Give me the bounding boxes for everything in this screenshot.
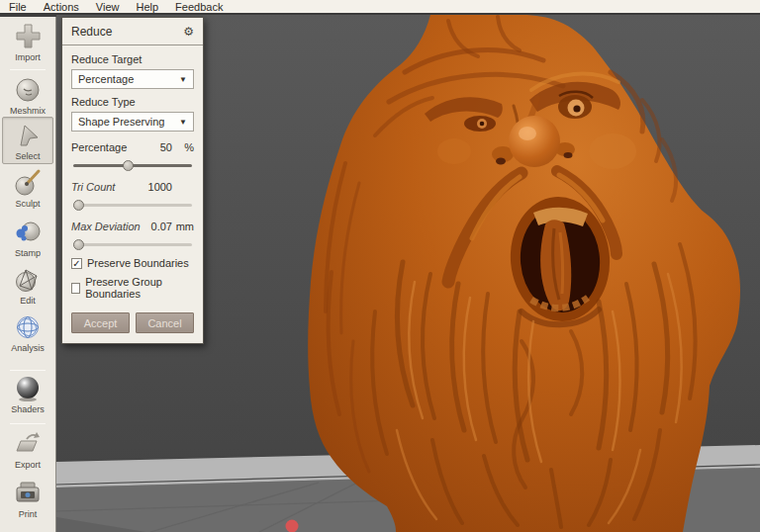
- slider-track: [73, 243, 192, 246]
- percentage-value[interactable]: 50: [141, 141, 172, 153]
- preserve-group-boundaries-label: Preserve Group Boundaries: [85, 276, 194, 300]
- menu-file[interactable]: File: [9, 1, 27, 13]
- origin-marker: [286, 520, 299, 532]
- tri-count-slider[interactable]: [73, 200, 192, 211]
- percentage-label: Percentage: [71, 141, 141, 153]
- reduce-type-label: Reduce Type: [71, 96, 194, 108]
- print-icon: [13, 479, 43, 508]
- reduce-type-value: Shape Preserving: [78, 116, 179, 128]
- sidebar-item-import[interactable]: Import: [0, 22, 55, 62]
- meshmix-sphere-icon: [13, 75, 43, 105]
- nose-ball: [509, 116, 560, 167]
- panel-title: Reduce: [71, 25, 112, 39]
- sidebar-item-export[interactable]: Export: [0, 429, 55, 470]
- sidebar-item-meshmix[interactable]: Meshmix: [0, 75, 55, 116]
- panel-divider: [62, 44, 203, 45]
- max-deviation-slider[interactable]: [73, 239, 192, 250]
- sidebar-divider: [10, 370, 46, 371]
- gear-icon[interactable]: ⚙: [183, 26, 194, 38]
- chevron-down-icon: ▼: [179, 118, 187, 127]
- max-deviation-unit: mm: [172, 221, 194, 232]
- reduce-type-dropdown[interactable]: Shape Preserving ▼: [71, 112, 194, 132]
- select-cursor-icon: [13, 121, 43, 150]
- menu-bar: File Actions View Help Feedback: [0, 0, 760, 15]
- preserve-group-boundaries-checkbox-row[interactable]: Preserve Group Boundaries: [71, 276, 194, 300]
- slider-handle[interactable]: [123, 160, 134, 171]
- sidebar-item-stamp[interactable]: Stamp: [0, 218, 55, 258]
- sidebar-item-edit[interactable]: Edit: [0, 265, 55, 306]
- sidebar-item-shaders[interactable]: Shaders: [0, 374, 55, 414]
- reduce-target-label: Reduce Target: [71, 53, 194, 65]
- edit-wireframe-icon: [13, 265, 43, 295]
- reduce-target-dropdown[interactable]: Percentage ▼: [71, 69, 194, 89]
- slider-handle[interactable]: [73, 200, 84, 211]
- sidebar-item-print[interactable]: Print: [0, 479, 55, 519]
- slider-handle[interactable]: [73, 239, 84, 250]
- preserve-boundaries-checkbox-row[interactable]: ✓ Preserve Boundaries: [71, 257, 194, 269]
- menu-help[interactable]: Help: [136, 1, 158, 13]
- reduce-target-value: Percentage: [78, 73, 179, 85]
- cancel-button[interactable]: Cancel: [136, 312, 194, 333]
- sidebar-divider: [10, 69, 46, 70]
- menu-view[interactable]: View: [96, 1, 120, 13]
- reduce-panel: Reduce ⚙ Reduce Target Percentage ▼ Redu…: [61, 17, 204, 344]
- max-deviation-label: Max Deviation: [71, 221, 141, 232]
- percentage-slider[interactable]: [73, 160, 192, 171]
- shaders-sphere-icon: [13, 374, 43, 403]
- tri-count-label: Tri Count: [71, 181, 141, 193]
- menu-feedback[interactable]: Feedback: [175, 1, 223, 13]
- tri-count-value: 1000: [141, 181, 172, 193]
- menu-actions[interactable]: Actions: [44, 1, 79, 13]
- import-plus-icon: [13, 22, 43, 51]
- checkbox-checked[interactable]: ✓: [71, 258, 82, 269]
- checkbox-unchecked[interactable]: [71, 283, 80, 294]
- preserve-boundaries-label: Preserve Boundaries: [87, 257, 189, 269]
- max-deviation-value: 0.07: [141, 221, 172, 232]
- sidebar-item-select[interactable]: Select: [2, 117, 53, 164]
- sidebar-item-sculpt[interactable]: Sculpt: [0, 168, 55, 209]
- slider-track: [73, 204, 192, 207]
- sculpt-brush-icon: [13, 168, 43, 198]
- export-icon: [13, 429, 43, 459]
- sidebar-item-analysis[interactable]: Analysis: [0, 312, 55, 353]
- chevron-down-icon: ▼: [179, 75, 187, 84]
- analysis-wire-sphere-icon: [13, 312, 43, 342]
- accept-button[interactable]: Accept: [71, 312, 130, 333]
- sidebar-divider: [10, 423, 46, 424]
- stamp-icon: [13, 218, 43, 247]
- eye-left: [464, 116, 496, 132]
- toolbar-sidebar: Import Meshmix Select Sculpt: [0, 17, 56, 532]
- percentage-unit: %: [172, 141, 194, 153]
